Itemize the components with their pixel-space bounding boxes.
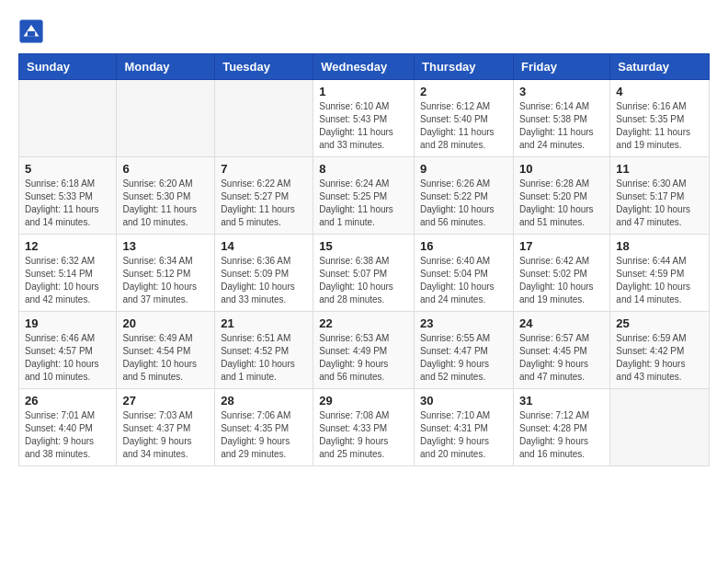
calendar-week-row: 1Sunrise: 6:10 AM Sunset: 5:43 PM Daylig… [19, 80, 710, 157]
day-number: 2 [420, 85, 507, 98]
calendar-cell [19, 80, 117, 157]
day-info: Sunrise: 7:10 AM Sunset: 4:31 PM Dayligh… [420, 409, 507, 461]
day-number: 9 [420, 162, 507, 176]
day-info: Sunrise: 6:42 AM Sunset: 5:02 PM Dayligh… [519, 255, 604, 306]
calendar-cell: 9Sunrise: 6:26 AM Sunset: 5:22 PM Daylig… [415, 157, 514, 235]
day-number: 24 [519, 316, 604, 330]
day-number: 26 [25, 394, 110, 408]
day-number: 31 [519, 394, 604, 408]
calendar-cell: 1Sunrise: 6:10 AM Sunset: 5:43 PM Daylig… [313, 80, 415, 157]
calendar-week-row: 19Sunrise: 6:46 AM Sunset: 4:57 PM Dayli… [19, 312, 710, 389]
calendar-cell: 29Sunrise: 7:08 AM Sunset: 4:33 PM Dayli… [313, 389, 415, 466]
day-number: 16 [420, 239, 507, 253]
calendar-cell: 25Sunrise: 6:59 AM Sunset: 4:42 PM Dayli… [610, 312, 710, 389]
day-number: 8 [319, 162, 408, 176]
calendar-cell: 26Sunrise: 7:01 AM Sunset: 4:40 PM Dayli… [19, 389, 117, 466]
day-number: 1 [319, 85, 408, 98]
calendar-cell: 11Sunrise: 6:30 AM Sunset: 5:17 PM Dayli… [610, 157, 710, 235]
calendar-cell: 28Sunrise: 7:06 AM Sunset: 4:35 PM Dayli… [215, 389, 313, 466]
calendar-cell [215, 80, 313, 157]
day-info: Sunrise: 6:20 AM Sunset: 5:30 PM Dayligh… [122, 178, 209, 229]
day-info: Sunrise: 6:22 AM Sunset: 5:27 PM Dayligh… [221, 178, 307, 229]
day-number: 19 [25, 316, 110, 330]
calendar-cell: 12Sunrise: 6:32 AM Sunset: 5:14 PM Dayli… [19, 235, 117, 312]
calendar-table: SundayMondayTuesdayWednesdayThursdayFrid… [18, 53, 710, 466]
day-number: 14 [221, 239, 307, 253]
day-info: Sunrise: 6:38 AM Sunset: 5:07 PM Dayligh… [319, 255, 408, 306]
day-number: 28 [221, 394, 307, 408]
day-info: Sunrise: 6:49 AM Sunset: 4:54 PM Dayligh… [122, 332, 209, 384]
calendar-week-row: 26Sunrise: 7:01 AM Sunset: 4:40 PM Dayli… [19, 389, 710, 466]
calendar-cell [117, 80, 215, 157]
day-info: Sunrise: 6:24 AM Sunset: 5:25 PM Dayligh… [319, 178, 408, 229]
calendar-cell: 5Sunrise: 6:18 AM Sunset: 5:33 PM Daylig… [19, 157, 117, 235]
weekday-header: Thursday [415, 54, 514, 80]
day-info: Sunrise: 6:40 AM Sunset: 5:04 PM Dayligh… [420, 255, 507, 306]
calendar-cell: 30Sunrise: 7:10 AM Sunset: 4:31 PM Dayli… [415, 389, 514, 466]
calendar-cell: 2Sunrise: 6:12 AM Sunset: 5:40 PM Daylig… [415, 80, 514, 157]
calendar-cell: 20Sunrise: 6:49 AM Sunset: 4:54 PM Dayli… [117, 312, 215, 389]
day-number: 20 [122, 316, 209, 330]
day-info: Sunrise: 7:12 AM Sunset: 4:28 PM Dayligh… [519, 409, 604, 461]
day-number: 29 [319, 394, 408, 408]
calendar-cell: 7Sunrise: 6:22 AM Sunset: 5:27 PM Daylig… [215, 157, 313, 235]
calendar-cell: 14Sunrise: 6:36 AM Sunset: 5:09 PM Dayli… [215, 235, 313, 312]
calendar-cell [610, 389, 710, 466]
day-info: Sunrise: 6:26 AM Sunset: 5:22 PM Dayligh… [420, 178, 507, 229]
calendar-cell: 24Sunrise: 6:57 AM Sunset: 4:45 PM Dayli… [513, 312, 609, 389]
calendar-cell: 10Sunrise: 6:28 AM Sunset: 5:20 PM Dayli… [513, 157, 609, 235]
svg-rect-2 [28, 31, 35, 37]
calendar-cell: 31Sunrise: 7:12 AM Sunset: 4:28 PM Dayli… [513, 389, 609, 466]
weekday-header: Sunday [19, 54, 117, 80]
day-info: Sunrise: 7:03 AM Sunset: 4:37 PM Dayligh… [122, 409, 209, 461]
day-info: Sunrise: 6:32 AM Sunset: 5:14 PM Dayligh… [25, 255, 110, 306]
weekday-header: Tuesday [215, 54, 313, 80]
day-number: 5 [25, 162, 110, 176]
calendar-cell: 4Sunrise: 6:16 AM Sunset: 5:35 PM Daylig… [610, 80, 710, 157]
calendar-cell: 22Sunrise: 6:53 AM Sunset: 4:49 PM Dayli… [313, 312, 415, 389]
day-number: 17 [519, 239, 604, 253]
weekday-header: Monday [117, 54, 215, 80]
page-header [18, 18, 710, 44]
calendar-week-row: 12Sunrise: 6:32 AM Sunset: 5:14 PM Dayli… [19, 235, 710, 312]
day-number: 21 [221, 316, 307, 330]
calendar-header-row: SundayMondayTuesdayWednesdayThursdayFrid… [19, 54, 710, 80]
day-info: Sunrise: 7:01 AM Sunset: 4:40 PM Dayligh… [25, 409, 110, 461]
day-info: Sunrise: 6:18 AM Sunset: 5:33 PM Dayligh… [25, 178, 110, 229]
day-info: Sunrise: 6:53 AM Sunset: 4:49 PM Dayligh… [319, 332, 408, 384]
weekday-header: Friday [513, 54, 609, 80]
day-info: Sunrise: 6:44 AM Sunset: 4:59 PM Dayligh… [616, 255, 703, 306]
day-info: Sunrise: 7:08 AM Sunset: 4:33 PM Dayligh… [319, 409, 408, 461]
day-info: Sunrise: 6:14 AM Sunset: 5:38 PM Dayligh… [519, 100, 604, 152]
day-number: 30 [420, 394, 507, 408]
logo-icon [18, 18, 44, 44]
weekday-header: Saturday [610, 54, 710, 80]
day-info: Sunrise: 6:10 AM Sunset: 5:43 PM Dayligh… [319, 100, 408, 152]
day-info: Sunrise: 6:28 AM Sunset: 5:20 PM Dayligh… [519, 178, 604, 229]
logo [18, 18, 48, 44]
calendar-cell: 21Sunrise: 6:51 AM Sunset: 4:52 PM Dayli… [215, 312, 313, 389]
day-info: Sunrise: 6:46 AM Sunset: 4:57 PM Dayligh… [25, 332, 110, 384]
day-info: Sunrise: 6:57 AM Sunset: 4:45 PM Dayligh… [519, 332, 604, 384]
day-number: 18 [616, 239, 703, 253]
calendar-cell: 6Sunrise: 6:20 AM Sunset: 5:30 PM Daylig… [117, 157, 215, 235]
day-info: Sunrise: 7:06 AM Sunset: 4:35 PM Dayligh… [221, 409, 307, 461]
calendar-cell: 15Sunrise: 6:38 AM Sunset: 5:07 PM Dayli… [313, 235, 415, 312]
day-number: 22 [319, 316, 408, 330]
day-number: 27 [122, 394, 209, 408]
day-number: 10 [519, 162, 604, 176]
day-info: Sunrise: 6:36 AM Sunset: 5:09 PM Dayligh… [221, 255, 307, 306]
day-number: 4 [616, 85, 703, 98]
day-number: 3 [519, 85, 604, 98]
day-info: Sunrise: 6:12 AM Sunset: 5:40 PM Dayligh… [420, 100, 507, 152]
calendar-cell: 27Sunrise: 7:03 AM Sunset: 4:37 PM Dayli… [117, 389, 215, 466]
day-number: 13 [122, 239, 209, 253]
calendar-cell: 23Sunrise: 6:55 AM Sunset: 4:47 PM Dayli… [415, 312, 514, 389]
day-info: Sunrise: 6:34 AM Sunset: 5:12 PM Dayligh… [122, 255, 209, 306]
calendar-cell: 8Sunrise: 6:24 AM Sunset: 5:25 PM Daylig… [313, 157, 415, 235]
day-number: 15 [319, 239, 408, 253]
day-info: Sunrise: 6:30 AM Sunset: 5:17 PM Dayligh… [616, 178, 703, 229]
day-number: 25 [616, 316, 703, 330]
day-number: 6 [122, 162, 209, 176]
day-number: 7 [221, 162, 307, 176]
